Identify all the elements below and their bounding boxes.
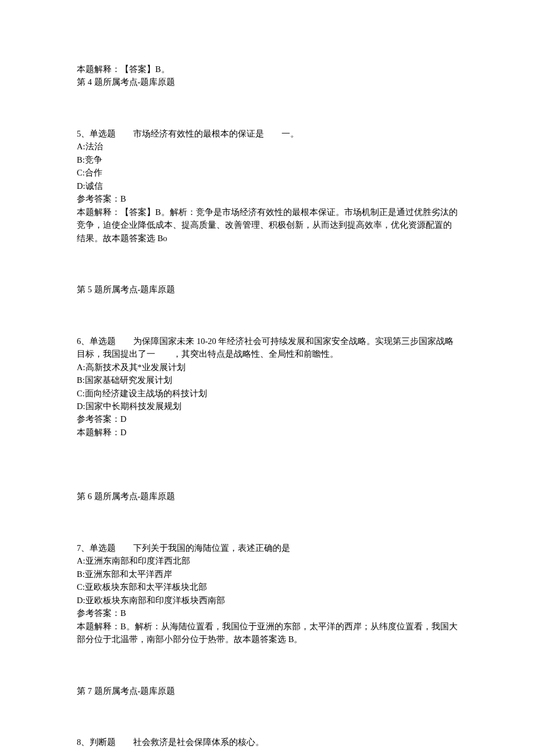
q5-block: 5、单选题 市场经济有效性的最根本的保证是 一。 A:法治 B:竞争 C:合作 … bbox=[77, 127, 458, 245]
q7-option-d: D:亚欧板块东南部和印度洋板块西南部 bbox=[77, 594, 458, 607]
spacer bbox=[77, 659, 458, 685]
q6-option-d: D:国家中长期科技发展规划 bbox=[77, 400, 458, 413]
q7-option-a: A:亚洲东南部和印度洋西北部 bbox=[77, 554, 458, 567]
q5-explanation: 本题解释：【答案】B。解析：竞争是市场经济有效性的最根本保证。市场机制正是通过优… bbox=[77, 206, 458, 245]
q5-answer: 参考答案：B bbox=[77, 192, 458, 205]
q6-option-b: B:国家基础研究发展计划 bbox=[77, 374, 458, 386]
page-container: 本题解释：【答案】B。 第 4 题所属考点-题库原题 5、单选题 市场经济有效性… bbox=[0, 0, 535, 756]
q8-block: 8、判断题 社会救济是社会保障体系的核心。 bbox=[77, 736, 458, 748]
q7-source-block: 第 7 题所属考点-题库原题 bbox=[77, 685, 458, 697]
q5-source-block: 第 5 题所属考点-题库原题 bbox=[77, 283, 458, 296]
spacer bbox=[77, 710, 458, 736]
q4-explanation: 本题解释：【答案】B。 bbox=[77, 63, 458, 76]
q5-option-c: C:合作 bbox=[77, 166, 458, 179]
q7-explanation: 本题解释：B。解析：从海陆位置看，我国位于亚洲的东部，太平洋的西岸；从纬度位置看… bbox=[77, 620, 458, 646]
q6-header: 6、单选题 为保障国家未来 10-20 年经济社会可持续发展和国家安全战略。实现… bbox=[77, 335, 458, 361]
spacer bbox=[77, 309, 458, 335]
q7-option-c: C:亚欧板块东部和太平洋板块北部 bbox=[77, 581, 458, 593]
spacer bbox=[77, 477, 458, 490]
q5-source: 第 5 题所属考点-题库原题 bbox=[77, 283, 458, 296]
q5-header: 5、单选题 市场经济有效性的最根本的保证是 一。 bbox=[77, 127, 458, 140]
q6-answer: 参考答案：D bbox=[77, 413, 458, 425]
q6-block: 6、单选题 为保障国家未来 10-20 年经济社会可持续发展和国家安全战略。实现… bbox=[77, 335, 458, 439]
spacer bbox=[77, 257, 458, 283]
q7-answer: 参考答案：B bbox=[77, 607, 458, 619]
q7-source: 第 7 题所属考点-题库原题 bbox=[77, 685, 458, 697]
q6-source: 第 6 题所属考点-题库原题 bbox=[77, 490, 458, 503]
q4-source: 第 4 题所属考点-题库原题 bbox=[77, 76, 458, 88]
q7-header: 7、单选题 下列关于我国的海陆位置，表述正确的是 bbox=[77, 542, 458, 554]
spacer bbox=[77, 452, 458, 477]
q7-block: 7、单选题 下列关于我国的海陆位置，表述正确的是 A:亚洲东南部和印度洋西北部 … bbox=[77, 542, 458, 646]
q8-header: 8、判断题 社会救济是社会保障体系的核心。 bbox=[77, 736, 458, 748]
q5-option-b: B:竞争 bbox=[77, 153, 458, 166]
q4-block: 本题解释：【答案】B。 第 4 题所属考点-题库原题 bbox=[77, 63, 458, 89]
q5-option-a: A:法治 bbox=[77, 140, 458, 153]
q6-explanation: 本题解释：D bbox=[77, 426, 458, 439]
q6-option-c: C:面向经济建设主战场的科技计划 bbox=[77, 387, 458, 400]
q6-option-a: A:高新技术及其*业发展计划 bbox=[77, 361, 458, 374]
spacer bbox=[77, 102, 458, 127]
q6-source-block: 第 6 题所属考点-题库原题 bbox=[77, 490, 458, 503]
q7-option-b: B:亚洲东部和太平洋西岸 bbox=[77, 568, 458, 581]
spacer bbox=[77, 516, 458, 542]
q5-option-d: D:诚信 bbox=[77, 180, 458, 192]
